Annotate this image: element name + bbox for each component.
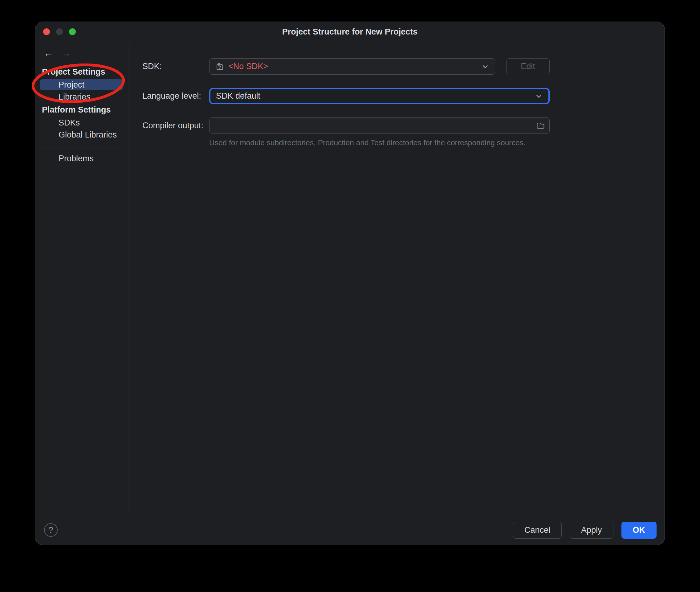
section-header-platform-settings: Platform Settings [35,103,129,116]
compiler-output-label: Compiler output: [142,117,203,134]
section-header-project-settings: Project Settings [35,65,129,78]
window-title: Project Structure for New Projects [35,22,664,42]
language-level-value: SDK default [216,91,260,101]
edit-sdk-button[interactable]: Edit [506,58,550,74]
back-arrow-icon[interactable]: ← [44,48,53,59]
compiler-output-input[interactable] [215,117,536,134]
sidebar-item-global-libraries[interactable]: Global Libraries [40,129,123,140]
sidebar-item-problems[interactable]: Problems [40,153,123,164]
titlebar: Project Structure for New Projects [35,22,664,42]
sdk-label: SDK: [142,58,162,75]
ok-button[interactable]: OK [622,522,657,539]
chevron-down-icon [481,63,489,70]
svg-text:?: ? [218,65,221,70]
chevron-down-icon [535,92,543,100]
folder-browse-icon[interactable] [536,122,545,130]
sidebar-divider [40,147,125,147]
sidebar-item-project[interactable]: Project [40,79,123,90]
cancel-button[interactable]: Cancel [513,522,562,539]
sdk-combobox[interactable]: ? <No SDK> [209,58,495,75]
apply-button[interactable]: Apply [570,522,613,539]
forward-arrow-icon[interactable]: → [61,48,71,59]
dialog-footer: ? Cancel Apply OK [35,515,664,545]
compiler-output-help-text: Used for module subdirectories, Producti… [209,139,525,147]
compiler-output-field [209,117,550,134]
language-level-combobox[interactable]: SDK default [209,88,550,104]
main-panel: SDK: ? <No SDK> Edit Language level: SDK [129,42,664,515]
settings-sidebar: ← → Project Settings Project Libraries P… [35,42,129,515]
sdk-value: <No SDK> [228,62,268,71]
help-icon[interactable]: ? [44,523,58,537]
unknown-sdk-icon: ? [216,62,224,70]
project-structure-dialog: Project Structure for New Projects ← → P… [35,21,665,545]
sidebar-item-libraries[interactable]: Libraries [40,91,123,102]
sidebar-item-sdks[interactable]: SDKs [40,117,123,128]
language-level-label: Language level: [142,88,201,104]
